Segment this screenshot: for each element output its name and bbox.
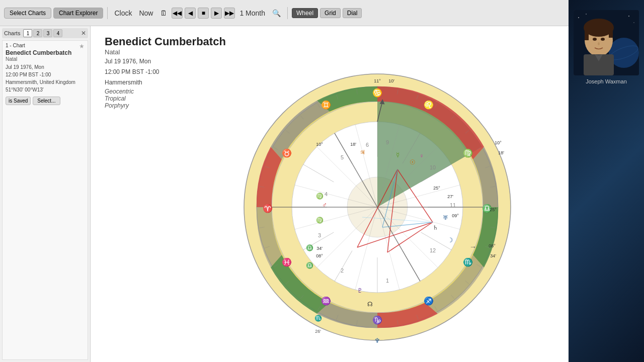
neptune-planet: ♆	[374, 337, 380, 343]
chart-content-area: Benedict Cumberbatch Natal Jul 19 1976, …	[91, 26, 644, 362]
sidebar: Charts 1 2 3 4 ✕ ★ 1 - Chart Benedict Cu…	[0, 26, 91, 362]
moon-planet: ☽	[447, 236, 453, 244]
svg-rect-82	[609, 28, 613, 38]
chart-tab-2[interactable]: 2	[33, 29, 42, 37]
degree-label-top: 11°	[374, 78, 381, 83]
degree-label-top2: 10'	[388, 78, 394, 83]
house-1: 1	[386, 278, 389, 284]
outer-deg-08: 08°	[316, 253, 323, 258]
degree-right-upper: 10°	[495, 140, 502, 145]
deg5: 08°	[489, 243, 496, 248]
pisces-symbol: ♓	[282, 257, 292, 267]
chart-explorer-button[interactable]: Chart Explorer	[53, 8, 103, 19]
libra-inner: ♎	[306, 244, 313, 251]
stop-button[interactable]: ■	[198, 8, 209, 19]
separator-2	[287, 7, 288, 19]
chart-type: Natal	[6, 56, 85, 62]
aquarius-symbol: ♒	[321, 296, 331, 306]
saturn-planet: ♄	[433, 224, 438, 231]
outer-deg-34: 34'	[316, 246, 323, 251]
favorite-icon[interactable]: ★	[79, 43, 85, 50]
ascendant-arrow: →	[469, 243, 476, 251]
gemini-symbol: ♊	[321, 100, 331, 110]
chart-tab-3[interactable]: 3	[43, 29, 52, 37]
dial-view-button[interactable]: Dial	[343, 8, 362, 18]
svg-point-83	[593, 38, 597, 41]
libra-inner2: ♎	[306, 261, 313, 269]
next-button[interactable]: ▶	[211, 8, 222, 19]
prev-prev-button[interactable]: ◀◀	[172, 8, 183, 19]
jupiter-planet: ♃	[360, 149, 365, 156]
prev-button[interactable]: ◀	[185, 8, 196, 19]
scorpio-symbol: ♏	[463, 257, 473, 267]
aries-symbol: ♈	[263, 204, 273, 213]
chart-location: Hammersmith, United Kingdom	[6, 78, 85, 86]
venus-planet: ♀	[420, 152, 424, 159]
separator-1	[107, 7, 108, 19]
chart-tab-1[interactable]: 1	[23, 29, 32, 37]
cancer-symbol: ♋	[372, 88, 382, 98]
user-panel: Joseph Waxman	[569, 26, 644, 362]
svg-rect-81	[585, 28, 589, 40]
house-9: 9	[386, 139, 389, 145]
outer-deg-34r: 34'	[490, 253, 496, 258]
deg6: 18'	[350, 142, 356, 147]
capricorn-symbol: ♑	[372, 315, 382, 325]
virgo-symbol: ♍	[463, 148, 473, 158]
astrological-wheel-container: ♋ ♊ ♉ ♈ ♓ ♒ ♑ ♐ ♏ ♎ ♍	[186, 26, 569, 362]
chart-action-buttons: is Saved Select...	[6, 97, 85, 105]
house-10: 10	[430, 164, 436, 170]
chart-time: 12:00 PM BST -1:00	[6, 71, 85, 78]
mercury-planet: ☿	[396, 151, 399, 158]
deg3: 09°	[452, 213, 459, 218]
house-5: 5	[341, 154, 344, 160]
chart-tab-4[interactable]: 4	[53, 29, 62, 37]
clock-button[interactable]: Clock	[112, 8, 134, 18]
charts-label: Charts	[4, 30, 20, 36]
svg-point-85	[598, 42, 600, 45]
taurus-symbol: ♉	[282, 148, 292, 158]
chart-person-name: Benedict Cumberbatch	[6, 49, 85, 56]
virgo-inner: ♍	[316, 192, 324, 200]
charts-tab-bar: Charts 1 2 3 4 ✕	[2, 28, 88, 38]
main-area: Charts 1 2 3 4 ✕ ★ 1 - Chart Benedict Cu…	[0, 26, 644, 362]
sagittarius-symbol: ♐	[424, 296, 434, 306]
user-avatar	[574, 26, 639, 75]
deg7: 10°	[316, 142, 323, 147]
house-12: 12	[430, 247, 436, 253]
select-charts-button[interactable]: Select Charts	[4, 8, 51, 19]
leo-symbol: ♌	[424, 100, 434, 110]
degree-right-upper2: 18'	[498, 150, 504, 155]
search-button[interactable]: 🔍	[270, 8, 283, 18]
uranus-planet: ♅	[443, 214, 448, 221]
house-2: 2	[341, 267, 344, 274]
wheel-view-button[interactable]: Wheel	[292, 8, 318, 18]
house-3: 3	[318, 232, 321, 238]
svg-point-84	[601, 38, 605, 41]
house-4: 4	[325, 191, 328, 197]
house-6: 6	[366, 142, 369, 148]
chart-info-panel: ★ 1 - Chart Benedict Cumberbatch Natal J…	[2, 40, 88, 360]
play-button[interactable]: ▶▶	[224, 8, 235, 19]
chart-coords: 51°N30' 00°W13'	[6, 86, 85, 94]
pluto-planet: ♇	[357, 287, 363, 294]
deg-scorpio: 26'	[315, 329, 321, 334]
north-node: ☊	[367, 301, 373, 308]
calendar-icon[interactable]: 🗓	[157, 8, 170, 18]
deg2: 27'	[447, 194, 453, 199]
grid-view-button[interactable]: Grid	[320, 8, 341, 18]
user-name-label: Joseph Waxman	[586, 78, 627, 84]
scorpio-inner: ♏	[314, 314, 322, 322]
astrological-wheel-svg: ♋ ♊ ♉ ♈ ♓ ♒ ♑ ♐ ♏ ♎ ♍	[242, 71, 513, 343]
month-button[interactable]: 1 Month	[237, 8, 268, 18]
saved-button[interactable]: is Saved	[6, 97, 31, 105]
select-button[interactable]: Select...	[33, 97, 60, 105]
deg4: 25°	[490, 207, 497, 212]
house-11: 11	[450, 202, 456, 208]
virgo-inner2: ♍	[316, 216, 324, 224]
close-tabs-icon[interactable]: ✕	[81, 30, 86, 37]
now-button[interactable]: Now	[136, 8, 155, 18]
sun-planet: ☉	[410, 158, 416, 166]
mars-planet: ♂	[322, 201, 327, 209]
chart-number: 1 - Chart	[6, 43, 85, 48]
